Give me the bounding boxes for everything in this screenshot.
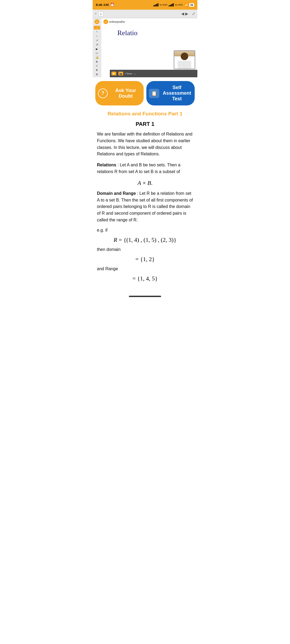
- presenter-cam: [174, 50, 195, 69]
- domain-range-text: : Let R be a relation from set A to a se…: [97, 191, 193, 222]
- wifi-label-2: Vo WiFi: [175, 3, 183, 6]
- camera-icon: 📷: [118, 72, 123, 75]
- browser-back-button[interactable]: ◀: [181, 12, 184, 16]
- browser-forward-button[interactable]: ▶: [185, 12, 188, 16]
- ask-doubt-button[interactable]: ? Ask Your Doubt: [95, 81, 144, 105]
- whiteboard: o onlinepodho Relatio ⏺ 📷 Classic ›: [101, 18, 197, 77]
- status-left: 8:46 AM ⏰: [96, 3, 114, 7]
- sidebar-tools: o ✏️ • + ↗ ↺ ▶ ▭ ⛳ B A B ⊞: [93, 18, 101, 77]
- self-assessment-icon: 📋: [149, 89, 159, 98]
- home-bar: [129, 296, 161, 297]
- then-domain-text: then domain: [97, 247, 193, 252]
- content-section: Relations and Functions Part 1 PART 1 We…: [93, 109, 197, 293]
- logo-text: onlinepodho: [109, 20, 125, 23]
- status-bar: 8:46 AM ⏰ Vo WiFi Vo WiFi 📶 94: [93, 0, 197, 10]
- logo-icon: o: [95, 19, 99, 24]
- tool-plus[interactable]: +: [94, 34, 100, 38]
- browser-close-button[interactable]: ×: [95, 12, 97, 16]
- axb-formula: A × B.: [97, 180, 193, 186]
- browser-nav: ◀ ▶: [181, 12, 188, 16]
- tool-pen[interactable]: ✏️: [94, 26, 100, 30]
- presenter-head: [181, 53, 188, 60]
- browser-expand-button[interactable]: ⤢: [192, 12, 195, 16]
- tool-a1[interactable]: A: [94, 64, 100, 68]
- home-indicator: [93, 293, 197, 300]
- tool-b2[interactable]: B: [94, 68, 100, 72]
- presenter-body: [178, 61, 191, 69]
- axb-formula-text: A × B.: [137, 180, 153, 186]
- logo-bar: o onlinepodho: [103, 19, 125, 24]
- tool-group[interactable]: ⛳: [94, 56, 100, 59]
- ask-doubt-label: Ask Your Doubt: [110, 88, 141, 99]
- relations-paragraph: Relations : Let A and B be two sets. The…: [97, 162, 193, 175]
- browser-tab[interactable]: 1: [98, 12, 104, 16]
- eg-text: e.g. if: [97, 228, 193, 233]
- tool-b1[interactable]: B: [94, 60, 100, 64]
- domain-value-display: = {1, 2}: [97, 256, 193, 263]
- domain-range-label: Domain and Range: [97, 191, 136, 196]
- relations-label: Relations: [97, 163, 116, 167]
- tool-play[interactable]: ▶: [94, 47, 100, 51]
- record-icon: ⏺: [111, 72, 116, 75]
- intro-paragraph: We are familiar with the definition of R…: [97, 131, 193, 158]
- status-right: Vo WiFi Vo WiFi 📶 94: [153, 3, 194, 7]
- tool-rect[interactable]: ▭: [94, 51, 100, 55]
- video-bottom-bar: ⏺ 📷 Classic ›: [110, 70, 197, 77]
- tool-pointer[interactable]: •: [94, 30, 100, 34]
- logo-area: o: [95, 19, 99, 24]
- self-assessment-button[interactable]: 📋 Self Assessment Test: [146, 81, 195, 105]
- r-formula-display: R = {(1, 4) , (1, 5) , (2, 3)}: [97, 236, 193, 243]
- tool-undo[interactable]: ↺: [94, 43, 100, 46]
- wifi-label-1: Vo WiFi: [160, 3, 168, 6]
- tool-grid[interactable]: ⊞: [94, 72, 100, 76]
- range-value-display: = {1, 4, 5}: [97, 275, 193, 282]
- video-container: o ✏️ • + ↗ ↺ ▶ ▭ ⛳ B A B ⊞ o onlinepodho…: [93, 18, 197, 77]
- domain-value-text: = {1, 2}: [135, 256, 155, 262]
- signal-bars: [153, 3, 158, 6]
- and-range-text: and Range: [97, 266, 193, 271]
- battery-indicator: 94: [189, 3, 194, 7]
- part-heading: PART 1: [97, 121, 193, 127]
- ask-doubt-icon: ?: [98, 89, 108, 98]
- r-formula-text: R = {(1, 4) , (1, 5) , (2, 3)}: [114, 236, 176, 243]
- video-arrow[interactable]: ›: [135, 72, 135, 75]
- buttons-section: ? Ask Your Doubt 📋 Self Assessment Test: [93, 77, 197, 109]
- logo-circle: o: [103, 19, 108, 24]
- topic-title: Relations and Functions Part 1: [97, 111, 193, 117]
- presenter-figure: [174, 51, 195, 69]
- signal-bars-2: [169, 3, 174, 6]
- browser-bar: × 1 ◀ ▶ ⤢: [93, 10, 197, 18]
- battery-level: 94: [190, 3, 193, 6]
- time-display: 8:46 AM: [96, 3, 109, 7]
- domain-range-paragraph: Domain and Range : Let R be a relation f…: [97, 190, 193, 224]
- tool-cursor[interactable]: ↗: [94, 38, 100, 42]
- whiteboard-handwriting: Relatio: [117, 29, 137, 37]
- self-assessment-label: Self Assessment Test: [162, 85, 192, 102]
- wifi-icon: 📶: [184, 3, 188, 7]
- video-label: Classic: [125, 72, 132, 75]
- range-value-text: = {1, 4, 5}: [132, 275, 158, 282]
- alarm-icon: ⏰: [110, 3, 114, 7]
